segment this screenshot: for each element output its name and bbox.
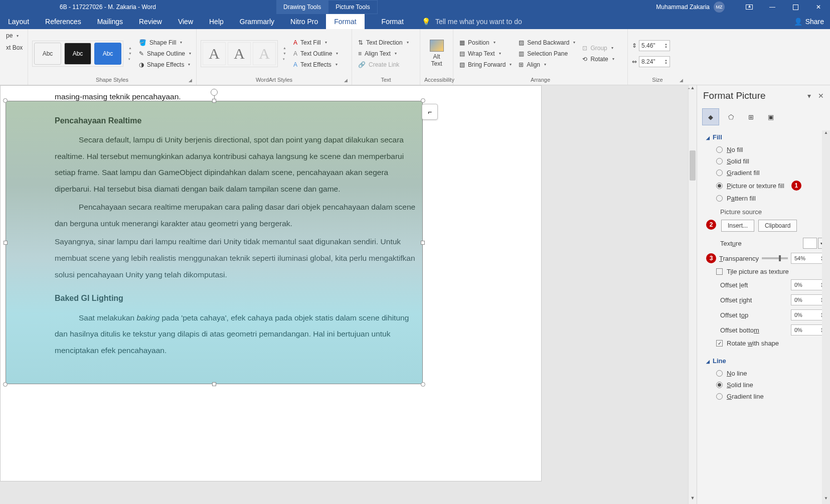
text-fill-button[interactable]: AText Fill▾	[291, 38, 340, 47]
direction-icon: ⇅	[358, 39, 363, 46]
tab-grammarly[interactable]: Grammarly	[232, 14, 282, 29]
offset-bottom-input[interactable]: 0%▲▼	[791, 324, 825, 335]
shape-width-input[interactable]: 8.24"▲▼	[639, 56, 670, 67]
picture-tab[interactable]: ▣	[762, 108, 779, 125]
wrap-text-button[interactable]: ▤Wrap Text▾	[457, 49, 514, 58]
tab-layout[interactable]: Layout	[0, 14, 37, 29]
shape-styles-launcher[interactable]: ◢	[189, 78, 192, 83]
collapse-ribbon-button[interactable]: ⌃	[684, 86, 695, 93]
tab-format-picture[interactable]: Format	[374, 14, 412, 29]
wordart-thumb-2[interactable]: A	[228, 42, 251, 65]
pane-options-button[interactable]: ▾	[807, 92, 811, 100]
offset-right-input[interactable]: 0%▲▼	[791, 294, 825, 305]
height-icon: ⇕	[632, 42, 637, 49]
shape-outline-button[interactable]: ✎Shape Outline▾	[137, 49, 193, 58]
resize-handle-br[interactable]	[421, 382, 425, 387]
clipboard-button[interactable]: Clipboard	[758, 220, 797, 232]
position-button[interactable]: ▦Position▾	[457, 38, 514, 47]
tab-view[interactable]: View	[170, 14, 201, 29]
rotate-button[interactable]: ⟲Rotate▾	[580, 55, 616, 64]
tile-checkbox[interactable]: Tile picture as texture	[706, 266, 825, 277]
offset-top-input[interactable]: 0%▲▼	[791, 309, 825, 320]
pane-close-button[interactable]: ✕	[818, 92, 824, 100]
document-area[interactable]: masing-masing teknik pencahayaan. Pencah…	[0, 85, 688, 504]
group-icon: ⊡	[582, 45, 587, 52]
tab-help[interactable]: Help	[201, 14, 232, 29]
layout-tab[interactable]: ⊞	[742, 108, 759, 125]
pane-scrollbar[interactable]: ▲ ▼	[822, 130, 830, 504]
tab-mailings[interactable]: Mailings	[89, 14, 131, 29]
lightbulb-icon: 💡	[422, 18, 430, 26]
offset-bottom-label: Offset bottom	[720, 326, 759, 334]
selected-shape[interactable]	[6, 101, 423, 384]
fill-line-tab[interactable]: ◆	[702, 108, 719, 125]
resize-handle-bl[interactable]	[3, 382, 8, 387]
line-section-header[interactable]: Line	[706, 354, 825, 368]
wordart-thumb-1[interactable]: A	[203, 42, 226, 65]
minimize-button[interactable]: —	[761, 0, 784, 14]
shape-effects-button[interactable]: ◑Shape Effects▾	[137, 60, 193, 69]
wordart-launcher[interactable]: ◢	[344, 78, 348, 83]
tab-nitro[interactable]: Nitro Pro	[282, 14, 326, 29]
text-outline-button[interactable]: AText Outline▾	[291, 49, 340, 58]
insert-picture-button[interactable]: Insert...	[721, 220, 754, 232]
transparency-input[interactable]: 54%▲▼	[791, 253, 825, 264]
format-picture-pane: Format Picture ▾ ✕ ◆ ⬠ ⊞ ▣ Fill No fill …	[697, 85, 830, 504]
align-button[interactable]: ⊞Align▾	[517, 60, 577, 69]
no-fill-radio[interactable]: No fill	[706, 144, 825, 155]
tab-references[interactable]: References	[37, 14, 89, 29]
layout-options-button[interactable]: ⌐	[422, 104, 438, 120]
shape-fill-button[interactable]: 🪣Shape Fill▾	[137, 38, 193, 47]
wordart-thumb-3[interactable]: A	[253, 42, 276, 65]
effects-tab[interactable]: ⬠	[722, 108, 739, 125]
style-thumb-2[interactable]: Abc	[64, 43, 91, 65]
pattern-fill-radio[interactable]: Pattern fill	[706, 193, 825, 204]
picture-fill-radio[interactable]: Picture or texture fill 1	[706, 179, 825, 193]
drawing-tools-tab[interactable]: Drawing Tools	[276, 0, 328, 14]
align-text-button[interactable]: ≡Align Text▾	[356, 49, 411, 58]
text-box-button[interactable]: xt Box	[4, 43, 25, 52]
maximize-button[interactable]	[784, 0, 807, 14]
fill-section-header[interactable]: Fill	[706, 130, 825, 144]
text-direction-button[interactable]: ⇅Text Direction▾	[356, 38, 411, 47]
close-button[interactable]: ✕	[807, 0, 830, 14]
selection-pane-button[interactable]: ▥Selection Pane	[517, 49, 577, 58]
share-button[interactable]: 👤 Share	[794, 18, 824, 26]
text-effects-button[interactable]: AText Effects▾	[291, 60, 340, 69]
no-line-radio[interactable]: No line	[706, 368, 825, 379]
size-launcher[interactable]: ◢	[680, 78, 683, 83]
rotate-with-shape-checkbox[interactable]: Rotate with shape	[706, 338, 825, 349]
tell-me-search[interactable]: 💡 Tell me what you want to do	[422, 18, 522, 26]
link-icon: 🔗	[358, 61, 366, 68]
rotation-handle[interactable]	[211, 89, 218, 96]
solid-line-radio[interactable]: Solid line	[706, 379, 825, 391]
resize-handle-t[interactable]	[212, 99, 216, 103]
ribbon-display-icon[interactable]: ▴	[738, 0, 761, 14]
gradient-fill-radio[interactable]: Gradient fill	[706, 167, 825, 179]
resize-handle-b[interactable]	[212, 382, 216, 386]
tab-review[interactable]: Review	[131, 14, 170, 29]
style-thumb-1[interactable]: Abc	[34, 43, 61, 65]
style-thumb-3[interactable]: Abc	[94, 43, 121, 65]
texture-picker[interactable]	[803, 238, 817, 249]
picture-tools-tab[interactable]: Picture Tools	[328, 0, 377, 14]
offset-left-input[interactable]: 0%▲▼	[791, 279, 825, 290]
transparency-slider[interactable]	[762, 257, 788, 259]
solid-fill-radio[interactable]: Solid fill	[706, 155, 825, 167]
resize-handle-tl[interactable]	[3, 98, 8, 103]
resize-handle-r[interactable]	[421, 241, 425, 245]
resize-handle-tr[interactable]	[421, 98, 425, 103]
gradient-line-radio[interactable]: Gradient line	[706, 391, 825, 402]
scroll-down-button[interactable]: ▼	[689, 495, 697, 504]
user-avatar[interactable]: MZ	[714, 2, 725, 13]
bring-forward-button[interactable]: ▧Bring Forward▾	[457, 60, 514, 69]
alt-text-button[interactable]: Alt Text	[430, 40, 444, 67]
insert-shape-partial[interactable]: pe▾	[4, 31, 21, 40]
resize-handle-l[interactable]	[4, 241, 8, 245]
document-scrollbar[interactable]: ▲ ▼	[688, 85, 697, 504]
annotation-3: 3	[706, 253, 716, 263]
shape-height-input[interactable]: 5.46"▲▼	[639, 40, 670, 51]
send-backward-button[interactable]: ▨Send Backward▾	[517, 38, 577, 47]
scroll-thumb[interactable]	[690, 150, 696, 181]
tab-format-drawing[interactable]: Format	[326, 14, 364, 29]
